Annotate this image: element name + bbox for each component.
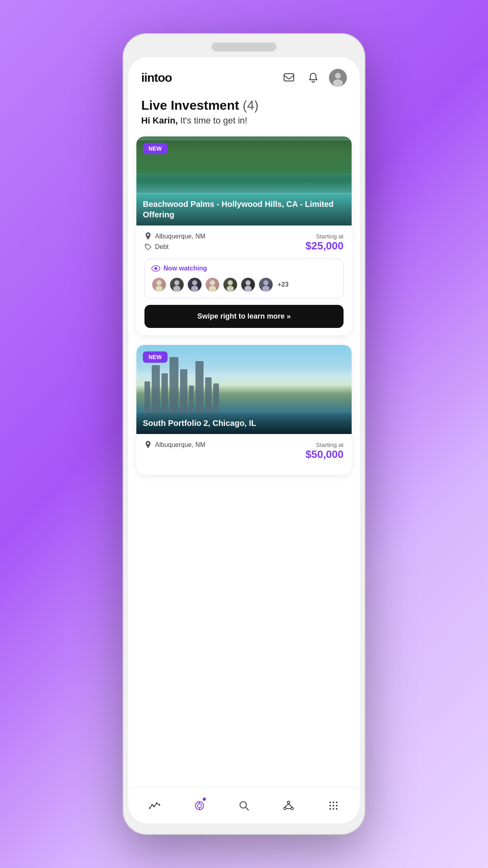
watcher-avatar-1 — [152, 278, 166, 291]
svg-point-9 — [174, 280, 180, 285]
card-image-1: NEW Beachwood Palms - Hollywood Hills, C… — [136, 136, 352, 226]
building-2 — [152, 365, 160, 414]
building-5 — [180, 369, 187, 414]
svg-point-15 — [228, 280, 233, 285]
search-icon — [238, 800, 250, 811]
card-body-1: Albuquerque, NM Debt — [136, 226, 352, 335]
watcher-2 — [169, 277, 185, 292]
location-icon-1 — [144, 233, 152, 240]
watching-text: Now watching — [163, 265, 207, 272]
section-title: Live Investment (4) — [141, 98, 347, 113]
tag-icon-1 — [144, 243, 152, 251]
investment-card-2[interactable]: NEW South Portfolio 2, Chicago, IL — [136, 345, 352, 474]
watcher-avatar-2 — [170, 278, 184, 291]
bell-icon — [308, 72, 319, 83]
svg-point-33 — [284, 807, 286, 810]
building-4 — [170, 357, 178, 414]
svg-point-11 — [192, 280, 197, 285]
card-meta-left-1: Albuquerque, NM Debt — [144, 233, 206, 251]
phone-shell: iintoo — [123, 33, 365, 835]
home-icon — [194, 800, 205, 811]
watcher-3 — [187, 277, 202, 292]
user-avatar[interactable] — [329, 69, 347, 87]
phone-notch — [128, 39, 360, 55]
svg-point-20 — [262, 286, 269, 291]
card-title-2: South Portfolio 2, Chicago, IL — [136, 413, 352, 434]
greeting-name: Hi Karin, — [141, 115, 178, 126]
investment-count: (4) — [243, 98, 259, 113]
svg-point-6 — [155, 267, 157, 270]
message-button[interactable] — [280, 69, 297, 86]
swipe-cta-button[interactable]: Swipe right to learn more » — [144, 305, 344, 328]
section-heading: Live Investment (4) Hi Karin, It's time … — [128, 98, 360, 136]
svg-point-43 — [336, 805, 337, 806]
price-2: $50,000 — [306, 448, 344, 461]
svg-point-38 — [329, 802, 331, 803]
svg-point-45 — [333, 808, 334, 810]
svg-line-36 — [289, 804, 292, 807]
svg-point-46 — [336, 808, 337, 810]
eye-icon — [151, 265, 160, 272]
app-logo: iintoo — [141, 71, 172, 85]
type-item-1: Debt — [144, 243, 206, 251]
svg-point-21 — [149, 807, 151, 809]
svg-point-14 — [209, 286, 216, 291]
svg-point-25 — [159, 804, 160, 806]
greeting-suffix: It's time to get in! — [180, 115, 248, 126]
svg-point-7 — [157, 280, 162, 285]
bell-button[interactable] — [305, 69, 322, 86]
section-title-text: Live Investment — [141, 98, 239, 113]
svg-point-32 — [287, 801, 290, 804]
city-buildings — [136, 357, 352, 414]
svg-rect-0 — [284, 74, 294, 81]
network-icon — [283, 800, 294, 811]
svg-point-4 — [146, 245, 147, 246]
active-dot — [203, 798, 206, 801]
card-image-2: NEW South Portfolio 2, Chicago, IL — [136, 345, 352, 434]
location-item-2: Albuquerque, NM — [144, 441, 206, 449]
svg-point-13 — [210, 280, 215, 285]
watching-label: Now watching — [151, 265, 337, 272]
nav-network[interactable] — [276, 797, 301, 815]
svg-point-2 — [335, 73, 341, 79]
svg-point-40 — [336, 802, 337, 803]
nav-search[interactable] — [232, 797, 256, 815]
svg-point-34 — [291, 807, 293, 810]
building-7 — [195, 361, 204, 414]
building-6 — [189, 385, 194, 414]
card-meta-right-1: Starting at $25,000 — [306, 233, 344, 252]
watcher-6 — [240, 277, 256, 292]
watcher-4 — [205, 277, 220, 292]
watching-box: Now watching — [144, 259, 344, 298]
location-icon-2 — [144, 441, 152, 449]
svg-line-31 — [246, 807, 248, 810]
greeting: Hi Karin, It's time to get in! — [141, 115, 347, 126]
svg-line-35 — [285, 804, 289, 807]
watcher-5 — [223, 277, 238, 292]
watcher-avatar-6 — [241, 278, 255, 291]
location-text-1: Albuquerque, NM — [155, 233, 206, 240]
location-text-2: Albuquerque, NM — [155, 441, 206, 449]
nav-grid[interactable] — [321, 797, 346, 815]
nav-portfolio[interactable] — [142, 797, 167, 815]
svg-point-42 — [333, 805, 334, 806]
svg-point-41 — [329, 805, 331, 806]
header-icons — [280, 69, 347, 87]
building-3 — [161, 373, 168, 414]
svg-point-27 — [197, 804, 202, 808]
notch-pill — [212, 43, 276, 51]
starting-at-label-2: Starting at — [306, 441, 344, 448]
investment-card-1[interactable]: NEW Beachwood Palms - Hollywood Hills, C… — [136, 136, 352, 335]
app-content: Live Investment (4) Hi Karin, It's time … — [128, 93, 360, 787]
nav-home[interactable] — [187, 797, 212, 815]
card-meta-left-2: Albuquerque, NM — [144, 441, 206, 449]
svg-point-12 — [191, 286, 198, 291]
svg-point-22 — [151, 804, 153, 806]
watcher-avatar-4 — [206, 278, 219, 291]
watcher-avatar-5 — [223, 278, 237, 291]
price-1: $25,000 — [306, 240, 344, 252]
type-text-1: Debt — [155, 243, 169, 251]
building-9 — [213, 383, 219, 414]
card-title-1: Beachwood Palms - Hollywood Hills, CA - … — [136, 194, 352, 226]
pool-trees — [136, 140, 352, 173]
